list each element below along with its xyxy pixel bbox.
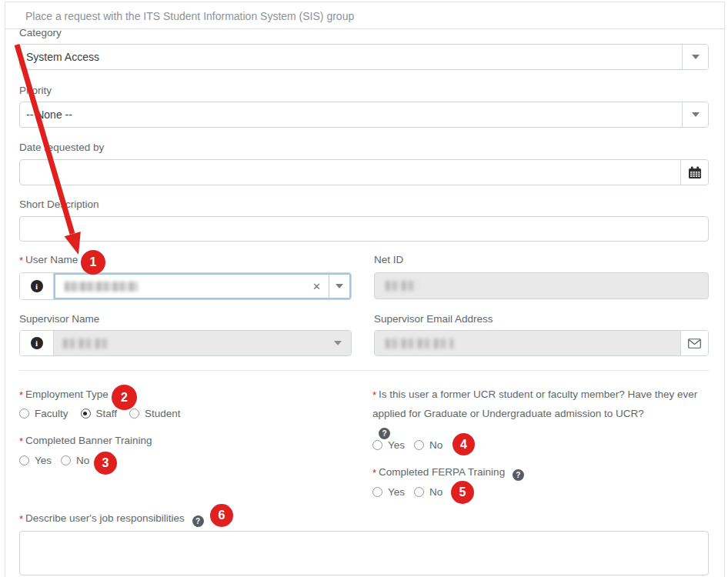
redacted-supervisor-email (386, 339, 453, 349)
radio-former-no[interactable]: No (414, 439, 442, 451)
supervisor-info-button[interactable]: i (20, 331, 54, 355)
category-select[interactable]: System Access (19, 44, 709, 70)
job-responsibilities-textarea[interactable] (19, 531, 709, 575)
annotation-circle-6: 6 (210, 504, 233, 527)
radio-circle (414, 440, 424, 450)
radio-label: Yes (388, 439, 405, 451)
chevron-down-icon (692, 55, 700, 59)
short-description-input[interactable] (19, 216, 709, 242)
section-divider (19, 370, 709, 371)
employment-type-label: *Employment Type (19, 389, 109, 401)
clear-icon[interactable]: ✕ (305, 281, 329, 292)
radio-circle (372, 440, 382, 450)
required-icon: * (372, 389, 376, 401)
supervisor-email-label: Supervisor Email Address (374, 313, 493, 325)
chevron-down-icon (334, 341, 342, 345)
required-icon: * (19, 255, 23, 266)
panel-right-border (724, 2, 725, 577)
redacted-net-id (386, 281, 418, 291)
help-icon[interactable]: ? (192, 515, 204, 527)
former-student-radiogroup: Yes No (372, 439, 455, 451)
supervisor-name-select (54, 331, 351, 355)
redacted-supervisor-name (63, 339, 108, 349)
radio-circle (129, 409, 139, 419)
radio-circle (61, 455, 71, 465)
radio-former-yes[interactable]: Yes (372, 439, 405, 451)
radio-faculty[interactable]: Faculty (19, 408, 68, 419)
net-id-input (374, 272, 709, 299)
required-icon: * (19, 389, 23, 401)
date-requested-label: Date requested by (19, 142, 104, 153)
radio-circle (81, 409, 91, 419)
user-name-input[interactable]: ✕ (54, 273, 351, 299)
radio-ferpa-no[interactable]: No (414, 486, 442, 498)
former-student-label: *Is this user a former UCR student or fa… (372, 385, 699, 423)
user-name-label: *User Name (19, 254, 78, 266)
supervisor-email-input (375, 331, 680, 355)
sis-request-form: Place a request with the ITS Student Inf… (0, 0, 728, 577)
priority-select[interactable]: -- None -- (19, 102, 709, 128)
radio-label: No (429, 439, 442, 451)
priority-value: -- None -- (20, 102, 682, 127)
annotation-circle-2: 2 (112, 385, 137, 410)
radio-ferpa-yes[interactable]: Yes (372, 486, 405, 498)
radio-label: Student (145, 408, 181, 419)
user-name-group: i ✕ (19, 272, 352, 300)
radio-label: No (76, 455, 89, 466)
short-description-label: Short Description (19, 198, 99, 210)
banner-training-radiogroup: Yes No (19, 455, 102, 466)
chevron-down-icon (692, 112, 700, 117)
radio-label: Staff (96, 408, 118, 419)
radio-label: Yes (388, 486, 405, 498)
short-description-value (20, 217, 708, 241)
annotation-circle-5: 5 (451, 481, 474, 504)
radio-banner-yes[interactable]: Yes (19, 455, 52, 466)
required-icon: * (372, 467, 376, 479)
supervisor-name-label: Supervisor Name (19, 313, 99, 325)
radio-staff[interactable]: Staff (81, 408, 118, 419)
priority-caret-button[interactable] (682, 102, 708, 127)
ferpa-training-radiogroup: Yes No (372, 486, 455, 498)
user-name-info-button[interactable]: i (20, 273, 54, 299)
banner-training-label: *Completed Banner Training (19, 435, 152, 447)
employment-type-radiogroup: Faculty Staff Student (19, 408, 193, 419)
supervisor-email-group (374, 330, 709, 356)
chevron-down-icon (336, 284, 343, 288)
user-name-caret-button[interactable] (329, 284, 349, 288)
annotation-circle-3: 3 (94, 452, 117, 475)
date-requested-input[interactable] (20, 160, 680, 185)
radio-student[interactable]: Student (129, 408, 181, 419)
form-header: Place a request with the ITS Student Inf… (5, 2, 724, 29)
radio-circle (19, 455, 29, 465)
radio-label: Yes (35, 455, 52, 466)
former-student-help-button[interactable]: ? (379, 423, 390, 439)
redacted-user-name (65, 282, 138, 292)
category-value: System Access (20, 45, 682, 69)
info-icon: i (31, 337, 43, 349)
info-icon: i (31, 280, 43, 292)
supervisor-name-group: i (19, 330, 352, 356)
priority-label: Priority (19, 85, 52, 96)
radio-circle (372, 487, 382, 497)
calendar-icon (688, 166, 702, 179)
annotation-circle-4: 4 (452, 433, 475, 455)
category-caret-button[interactable] (682, 45, 708, 69)
form-header-title: Place a request with the ITS Student Inf… (25, 10, 354, 22)
radio-circle (414, 487, 424, 497)
radio-label: No (429, 486, 442, 498)
email-addon (680, 331, 708, 355)
ferpa-training-label: *Completed FERPA Training ? (372, 466, 524, 481)
date-requested-group (19, 159, 709, 185)
annotation-circle-1: 1 (81, 250, 105, 275)
radio-label: Faculty (35, 408, 68, 419)
net-id-label: Net ID (374, 254, 403, 265)
help-icon[interactable]: ? (513, 469, 524, 481)
radio-banner-no[interactable]: No (61, 455, 89, 466)
help-icon: ? (379, 428, 390, 439)
required-icon: * (19, 513, 23, 525)
envelope-icon (688, 339, 701, 349)
calendar-button[interactable] (680, 160, 708, 185)
panel-left-border (5, 2, 5, 577)
radio-circle (19, 409, 29, 419)
job-responsibilities-label: *Describe user's job responsibilities ? (19, 512, 204, 527)
